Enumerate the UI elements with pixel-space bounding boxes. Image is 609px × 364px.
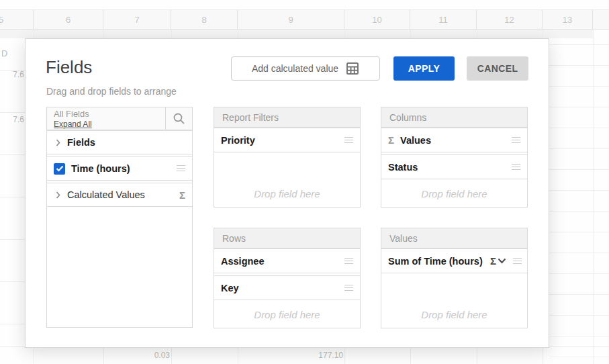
spreadsheet-cell: D — [1, 48, 7, 58]
cancel-button[interactable]: CANCEL — [467, 56, 528, 81]
dialog-subtitle: Drag and drop fields to arrange — [46, 86, 177, 97]
drop-placeholder: Drop field here — [381, 309, 527, 320]
spreadsheet-cell: 7.6 — [0, 115, 24, 124]
column-header: 10 — [344, 10, 410, 29]
field-item-label: Time (hours) — [71, 163, 130, 174]
screen: 5 6 7 8 9 10 11 12 13 D 7.6 7.6 0.03 177… — [0, 0, 609, 364]
checkbox-checked[interactable] — [54, 163, 65, 175]
report-filters-panel: Report Filters Priority Drop field here — [214, 107, 361, 208]
fields-dialog: Fields Drag and drop fields to arrange A… — [25, 38, 549, 348]
chevron-right-icon[interactable] — [56, 139, 60, 146]
columns-panel: Columns Σ Values Status Drop field here — [381, 107, 528, 208]
rows-panel: Rows Assignee Key Drop field here — [214, 228, 361, 328]
column-header: 8 — [171, 10, 238, 29]
drag-handle-icon[interactable] — [177, 165, 185, 171]
all-fields-panel: All Fields Expand All Fields — [46, 107, 193, 328]
apply-button[interactable]: APPLY — [393, 56, 455, 81]
spreadsheet-cell: 177.10 — [238, 351, 343, 360]
drop-placeholder: Drop field here — [214, 309, 360, 320]
values-panel: Values Sum of Time (hours) Σ Drop field … — [381, 228, 528, 328]
spreadsheet-cell: 0.03 — [105, 351, 170, 360]
column-header: 13 — [543, 10, 593, 29]
column-header: 5 — [0, 10, 34, 29]
field-group-label: Calculated Values — [67, 189, 145, 200]
column-header: 9 — [238, 10, 344, 29]
spreadsheet-subheader-strip — [0, 29, 593, 38]
column-header: 6 — [34, 10, 103, 29]
spreadsheet-column-header-row: 5 6 7 8 9 10 11 12 13 — [0, 9, 609, 30]
add-calculated-value-button[interactable]: Add calculated value — [231, 56, 380, 81]
column-header: 12 — [477, 10, 543, 29]
spreadsheet-cell: 7.6 — [0, 70, 24, 79]
sigma-icon: Σ — [179, 189, 185, 201]
field-item-time-hours[interactable]: Time (hours) — [46, 156, 193, 181]
column-header: 11 — [410, 10, 477, 29]
page-title: Fields — [46, 57, 92, 78]
search-button[interactable] — [165, 107, 192, 130]
field-group-label: Fields — [67, 137, 95, 148]
calculator-icon — [346, 62, 359, 75]
field-group-fields[interactable]: Fields — [46, 130, 193, 154]
chevron-right-icon[interactable] — [56, 191, 60, 199]
drop-placeholder: Drop field here — [214, 188, 360, 199]
all-fields-header: All Fields Expand All — [47, 107, 192, 130]
field-group-calculated-values[interactable]: Calculated Values Σ — [46, 183, 193, 207]
column-header — [593, 10, 609, 29]
column-header: 7 — [103, 10, 171, 29]
add-calculated-value-label: Add calculated value — [252, 63, 338, 74]
grid-row-lines — [549, 24, 609, 364]
drop-placeholder: Drop field here — [381, 188, 527, 199]
search-icon — [173, 112, 185, 125]
